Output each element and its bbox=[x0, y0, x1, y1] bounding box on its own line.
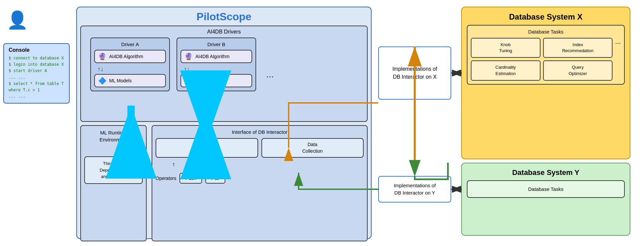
task-index-rec: IndexRecommedation bbox=[543, 38, 613, 58]
db-system-y-title: Database System Y bbox=[467, 168, 625, 177]
pull-label: Pull bbox=[211, 176, 219, 181]
console-line-3: $ start driver A bbox=[9, 68, 64, 74]
user-area: 👤 bbox=[7, 10, 28, 30]
drivers-row: Driver A 🔮 AI4DB Algorithm ↑↓ 🔷 ML Model… bbox=[84, 38, 364, 91]
injection-interface-box: InjectionInterface bbox=[156, 138, 258, 158]
pull-box: Pull bbox=[205, 173, 225, 184]
driver-b-algo-box: 🔮 AI4DB Algorithm bbox=[180, 50, 252, 63]
ml-runtime-title: ML RuntimeEnvironment bbox=[84, 129, 143, 143]
driver-a-title: Driver A bbox=[94, 41, 166, 47]
ml-b-icon: 🔷 bbox=[184, 77, 193, 85]
database-tasks-title: Database Tasks bbox=[471, 29, 621, 35]
data-collection-box: DataCollection bbox=[261, 138, 364, 158]
user-icon: 👤 bbox=[7, 10, 28, 30]
db-interactor-y-label: Implementations ofDB Interactor on Y bbox=[394, 182, 436, 197]
task-cardinality: CardinalityEstimation bbox=[471, 60, 540, 80]
third-party-label: Third-partyDependenciesand Libraries bbox=[100, 161, 127, 179]
console-line-1: $ connect to database X bbox=[9, 55, 64, 61]
operators-row: Operators Push Pull bbox=[156, 173, 364, 184]
db-interactor-y-box: Implementations ofDB Interactor on Y bbox=[378, 176, 451, 203]
driver-b-title: Driver B bbox=[180, 41, 252, 47]
console-box: Console $ connect to database X $ login … bbox=[3, 43, 70, 104]
db-system-x-title: Database System X bbox=[467, 12, 625, 22]
task-knob-tuning: KnobTuning bbox=[471, 38, 540, 58]
db-system-y-box: Database System Y Database Tasks bbox=[461, 163, 630, 236]
driver-a-algo-label: AI4DB Algorithm bbox=[109, 54, 143, 59]
ai4db-drivers-title: AI4DB Drivers bbox=[84, 29, 364, 35]
data-collection-label: DataCollection bbox=[302, 142, 322, 154]
task-dots-1: ... bbox=[615, 38, 621, 45]
driver-a-box: Driver A 🔮 AI4DB Algorithm ↑↓ 🔷 ML Model… bbox=[90, 38, 170, 91]
pilotscope-title: PilotScope bbox=[80, 11, 368, 23]
driver-b-ml-box: 🔷 ML Models bbox=[180, 74, 252, 87]
drivers-dots: ... bbox=[266, 57, 274, 91]
injection-interface-label: InjectionInterface bbox=[198, 142, 216, 154]
db-tasks-y-box: Database Tasks bbox=[467, 180, 625, 198]
db-interactor-box: Interface of DB Interactor InjectionInte… bbox=[152, 125, 368, 241]
diagram-container: 👤 Console $ connect to database X $ logi… bbox=[0, 0, 644, 246]
console-title: Console bbox=[9, 47, 64, 53]
pilotscope-box: PilotScope AI4DB Drivers Driver A 🔮 AI4D… bbox=[76, 7, 372, 239]
console-line-5: $ select * from table T bbox=[9, 81, 64, 87]
interface-row: InjectionInterface DataCollection bbox=[156, 138, 364, 158]
db-interactor-x-label: Implementations ofDB Interactor on X bbox=[392, 65, 437, 81]
ml-a-icon: 🔷 bbox=[98, 77, 107, 85]
database-tasks-box: Database Tasks KnobTuning IndexRecommeda… bbox=[467, 25, 625, 85]
console-line-7: ... ... bbox=[9, 93, 64, 100]
driver-a-ml-label: ML Models bbox=[109, 78, 132, 83]
db-system-x-box: Database System X Database Tasks KnobTun… bbox=[461, 7, 630, 159]
ai4db-drivers-box: AI4DB Drivers Driver A 🔮 AI4DB Algorithm… bbox=[80, 26, 368, 122]
push-label: Push bbox=[185, 176, 196, 181]
driver-a-algo-box: 🔮 AI4DB Algorithm bbox=[94, 50, 166, 63]
driver-b-algo-label: AI4DB Algorithm bbox=[195, 54, 230, 59]
console-code: $ connect to database X $ login into dat… bbox=[9, 55, 64, 100]
console-line-2: $ login into database X bbox=[9, 61, 64, 68]
algo-a-icon: 🔮 bbox=[98, 52, 107, 60]
third-party-box: Third-partyDependenciesand Libraries bbox=[84, 156, 143, 184]
ml-runtime-box: ML RuntimeEnvironment Third-partyDepende… bbox=[80, 125, 147, 241]
console-line-4: ... ... bbox=[9, 74, 64, 81]
operators-label: Operators bbox=[156, 176, 176, 181]
bottom-section: ML RuntimeEnvironment Third-partyDepende… bbox=[80, 125, 368, 241]
push-box: Push bbox=[179, 173, 202, 184]
console-line-6: where T.c > 1 bbox=[9, 87, 64, 93]
db-interactor-title: Interface of DB Interactor bbox=[156, 129, 364, 135]
driver-b-box: Driver B 🔮 AI4DB Algorithm ↑↓ 🔷 ML Model… bbox=[177, 38, 256, 91]
algo-b-icon: 🔮 bbox=[184, 52, 193, 60]
driver-a-ml-box: 🔷 ML Models bbox=[94, 74, 166, 87]
db-tasks-y-label: Database Tasks bbox=[528, 186, 563, 192]
db-interactor-x-box: Implementations ofDB Interactor on X bbox=[378, 46, 451, 100]
task-query-opt: QueryOptimizer bbox=[543, 60, 613, 80]
driver-b-ml-label: ML Models bbox=[195, 78, 218, 83]
